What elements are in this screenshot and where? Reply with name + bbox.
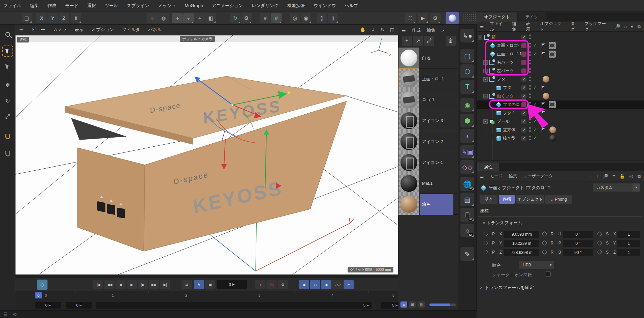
cube-primitive-icon[interactable]: ⬡: [460, 64, 474, 78]
sy-field[interactable]: 1: [617, 240, 640, 247]
viewport-menu-options[interactable]: オプション: [92, 27, 114, 33]
material-name[interactable]: Mat.1: [422, 173, 432, 194]
sky-environment-icon[interactable]: 🌐ST: [460, 177, 474, 191]
move-tool-icon[interactable]: ✥: [2, 80, 13, 91]
texture-tag-flag-icon[interactable]: [541, 52, 546, 57]
tree-row-selected[interactable]: フタのロゴ ✓: [477, 100, 644, 109]
render-region-icon[interactable]: ⛶: [405, 13, 416, 23]
workplane-mode-icon[interactable]: ◧: [205, 13, 216, 23]
attr-tab-coordinates[interactable]: 座標: [499, 195, 515, 204]
object-name[interactable]: ブール: [497, 119, 510, 124]
preview-range-slider[interactable]: 5 F: [96, 302, 372, 309]
expander-icon[interactable]: −: [483, 77, 488, 82]
annotate-pencil-icon[interactable]: ✎: [460, 247, 474, 261]
text-object-icon[interactable]: T: [460, 80, 474, 94]
tree-row[interactable]: − ブール ✓: [477, 117, 644, 126]
attr-target-icon[interactable]: ◎: [629, 174, 633, 179]
visibility-dots-icon[interactable]: [529, 51, 531, 57]
menu-tools[interactable]: ツール: [105, 3, 118, 9]
null-object-icon[interactable]: ↳●: [460, 29, 474, 42]
visibility-dots-icon[interactable]: [529, 60, 531, 65]
model-mode-icon[interactable]: ◒: [183, 13, 194, 23]
pick-material-button[interactable]: 🖉: [424, 36, 434, 46]
enabled-check-icon[interactable]: ✓: [533, 51, 537, 56]
key-position-toggle[interactable]: ◆: [299, 280, 309, 289]
material-name[interactable]: アイコン-2: [422, 131, 443, 152]
material-name[interactable]: ロゴ-1: [422, 89, 434, 110]
loop-select-icon[interactable]: ◉: [301, 13, 311, 23]
object-name[interactable]: 動くフタ: [497, 93, 514, 99]
rotate-tool-icon[interactable]: ↻: [2, 95, 13, 107]
cloner-mograph-icon[interactable]: ◉: [460, 98, 474, 112]
rh-field[interactable]: 0 °: [563, 231, 593, 238]
attr-tab-phong[interactable]: ⌂Phong: [545, 195, 572, 204]
tab-objects[interactable]: オブジェクト: [477, 12, 517, 22]
viewport-menu-panel[interactable]: パネル: [148, 27, 162, 33]
transform-group-label[interactable]: ∨ トランスフォーム: [483, 220, 522, 226]
om-menu-object[interactable]: オブジェクト: [540, 21, 564, 32]
interactive-render-button[interactable]: [446, 12, 459, 24]
orbit-view-icon[interactable]: ↻: [381, 27, 385, 32]
object-name[interactable]: フタ.1: [503, 110, 515, 116]
object-name[interactable]: 裏面・ロゴ-: [497, 43, 519, 49]
tree-row[interactable]: フタ.1: [477, 109, 644, 117]
material-menu-create[interactable]: 作成: [412, 27, 421, 33]
status-menu-icon[interactable]: ☰: [3, 312, 8, 317]
enabled-check-icon[interactable]: ✓: [533, 118, 537, 124]
material-menu-icon[interactable]: ☰: [402, 28, 406, 33]
tree-row[interactable]: − フタ: [477, 75, 644, 84]
visibility-dots-icon[interactable]: [529, 102, 531, 108]
attr-back-icon[interactable]: ←: [579, 174, 583, 179]
current-frame-marker[interactable]: 0: [35, 292, 42, 298]
key-circle-icon[interactable]: [542, 231, 547, 237]
attr-menu-userdata[interactable]: ユーザーデータ: [523, 173, 553, 179]
lock-z-axis-button[interactable]: Z: [59, 13, 69, 23]
om-popout-icon[interactable]: ⧉: [638, 24, 641, 29]
visibility-dots-icon[interactable]: [529, 119, 531, 124]
texture-tag-flag-icon[interactable]: [541, 85, 546, 90]
lock-x-axis-button[interactable]: X: [36, 13, 47, 23]
menu-animation[interactable]: アニメーション: [212, 3, 243, 9]
material-tag-brown[interactable]: [543, 76, 549, 83]
layer-color-chip[interactable]: [521, 60, 526, 65]
expander-icon[interactable]: −: [483, 94, 488, 98]
material-tag-brown[interactable]: [549, 126, 556, 133]
keyframe-diamond-button[interactable]: ◇: [37, 280, 47, 290]
om-filter-icon[interactable]: ≡: [631, 24, 634, 29]
layer-color-chip[interactable]: [521, 52, 526, 57]
rp-field[interactable]: 0 °: [563, 240, 593, 247]
tree-row[interactable]: + 右パーツ: [477, 58, 644, 67]
texture-tag-flag-icon[interactable]: [541, 127, 546, 133]
enabled-check-icon[interactable]: ✓: [533, 85, 537, 90]
material-name[interactable]: 正面・ロゴ: [422, 68, 443, 89]
enable-axis-icon[interactable]: ↻: [230, 13, 240, 23]
om-menu-tag[interactable]: タグ: [570, 21, 578, 32]
delete-material-button[interactable]: 🗑: [446, 36, 456, 46]
attr-forward-icon[interactable]: →: [587, 174, 592, 179]
attr-menu-mode[interactable]: モード: [490, 173, 503, 179]
visibility-dots-icon[interactable]: [529, 85, 531, 91]
om-search-icon[interactable]: 🔎: [615, 24, 620, 29]
attr-popout-icon[interactable]: ⧉: [638, 174, 641, 179]
expander-icon[interactable]: −: [483, 119, 488, 124]
attr-menu-edit[interactable]: 編集: [509, 173, 517, 179]
material-row[interactable]: アイコン-3: [398, 110, 458, 131]
om-menu-view[interactable]: 表示: [526, 21, 534, 32]
material-tag-brown[interactable]: [543, 93, 549, 99]
goto-start-button[interactable]: |◀: [93, 280, 103, 289]
lock-y-axis-button[interactable]: Y: [47, 13, 58, 23]
key-circle-icon[interactable]: [542, 240, 547, 246]
material-thumbnail[interactable]: [398, 89, 419, 110]
material-row[interactable]: アイコン-2: [398, 131, 458, 152]
edit-toggle-icon[interactable]: [521, 111, 526, 116]
visibility-dots-icon[interactable]: [529, 127, 531, 133]
magnet-tool-icon[interactable]: [2, 148, 13, 159]
material-thumbnail[interactable]: [398, 48, 419, 68]
loop-playback-icon[interactable]: ⇄: [182, 280, 192, 289]
expander-icon[interactable]: −: [478, 35, 482, 39]
toggle-panels-icon[interactable]: ◱: [390, 27, 394, 32]
viewport-menu-filter[interactable]: フィルタ: [122, 27, 140, 33]
tree-row[interactable]: 正面・ロゴ-1 ✓: [477, 50, 644, 58]
tab-attributes[interactable]: 属性: [477, 163, 499, 172]
edit-toggle-icon[interactable]: [521, 77, 526, 82]
